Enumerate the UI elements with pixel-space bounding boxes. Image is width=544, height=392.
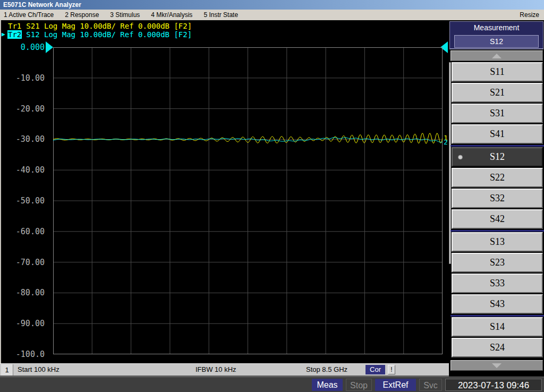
warning-indicator: ! — [388, 365, 395, 374]
title-bar: E5071C Network Analyzer — [0, 0, 544, 10]
softkey-scroll-up-button[interactable] — [450, 50, 543, 61]
softkey-sidebar: Measurement S12 S11S21S31S41S12S22S32S42… — [449, 20, 544, 363]
trace-edge-marker-2: 2 — [444, 139, 448, 146]
svc-status: Svc — [419, 379, 442, 391]
reference-level-marker-left-icon — [46, 41, 53, 53]
meas-status-badge: Meas — [312, 379, 343, 391]
arrow-down-icon — [492, 363, 502, 368]
softkey-menu-title: Measurement — [450, 23, 543, 32]
application-window: E5071C Network Analyzer 1 Active Ch/Trac… — [0, 0, 544, 392]
trace-parameters: S12 Log Mag 10.00dB/ Ref 0.000dB [F2] — [22, 30, 192, 39]
ifbw-label: IFBW 10 kHz — [196, 365, 236, 373]
instrument-status-bar: Meas Stop ExtRef Svc 2023-07-13 09:46 — [0, 377, 544, 392]
menu-item-5[interactable]: 5 Instr State — [203, 11, 238, 19]
softkey-s11[interactable]: S11 — [452, 62, 543, 82]
softkey-s43[interactable]: S43 — [452, 294, 543, 314]
trace-status-row-tr1[interactable]: Tr1S21 Log Mag 10.00dB/ Ref 0.000dB [F2] — [1, 22, 192, 30]
y-tick-label: -60.00 — [16, 227, 45, 236]
y-tick-label: 0.000 — [21, 42, 45, 52]
menu-item-4[interactable]: 4 Mkr/Analysis — [151, 11, 192, 19]
softkey-group-separator — [450, 230, 544, 232]
active-trace-arrow-icon: ▶ — [1, 30, 7, 39]
y-tick-label: -100.0 — [16, 350, 45, 359]
extref-status-badge: ExtRef — [375, 379, 416, 391]
softkey-scrollbar[interactable] — [449, 62, 451, 264]
sweep-stop-status: Stop — [346, 379, 372, 391]
softkey-s21[interactable]: S21 — [452, 83, 543, 103]
datetime-display: 2023-07-13 09:46 — [445, 379, 542, 391]
softkey-s13[interactable]: S13 — [452, 232, 543, 252]
softkey-s14[interactable]: S14 — [452, 317, 543, 337]
softkey-group-separator — [450, 145, 544, 147]
y-tick-label: -90.00 — [16, 319, 45, 328]
trace-name: Tr1 — [7, 22, 22, 30]
channel-number-badge: 1 — [1, 364, 13, 376]
y-tick-label: -50.00 — [16, 196, 45, 206]
start-frequency-label: Start 100 kHz — [18, 365, 60, 373]
softkey-menu-header: Measurement S12 — [449, 21, 543, 49]
selected-measurement-readout: S12 — [454, 35, 539, 48]
window-title: E5071C Network Analyzer — [3, 1, 81, 8]
softkey-list: S11S21S31S41S12S22S32S42S13S23S33S43S14S… — [452, 62, 543, 359]
softkey-s12[interactable]: S12 — [452, 147, 543, 167]
menu-item-resize[interactable]: Resize — [520, 11, 544, 19]
softkey-s31[interactable]: S31 — [452, 104, 543, 123]
stop-frequency-label: Stop 8.5 GHz — [306, 365, 347, 373]
trace-parameters: S21 Log Mag 10.00dB/ Ref 0.000dB [F2] — [22, 22, 192, 30]
y-tick-label: -80.00 — [16, 288, 45, 297]
selected-radio-icon — [458, 155, 463, 159]
y-tick-label: -10.00 — [16, 73, 45, 83]
softkey-scroll-down-button[interactable] — [450, 360, 543, 371]
menu-bar: 1 Active Ch/Trace2 Response3 Stimulus4 M… — [0, 10, 544, 20]
menu-item-3[interactable]: 3 Stimulus — [110, 11, 140, 19]
arrow-up-icon — [492, 54, 502, 58]
softkey-s23[interactable]: S23 — [452, 253, 543, 272]
softkey-s24[interactable]: S24 — [452, 338, 543, 357]
instrument-screen: Tr1S21 Log Mag 10.00dB/ Ref 0.000dB [F2]… — [0, 20, 449, 363]
correction-status-badge: Cor — [366, 365, 385, 374]
trace-status-row-tr2[interactable]: ▶Tr2S12 Log Mag 10.00dB/ Ref 0.000dB [F2… — [1, 30, 192, 39]
measurement-graph — [53, 47, 443, 354]
menu-item-1[interactable]: 1 Active Ch/Trace — [4, 11, 54, 19]
softkey-s22[interactable]: S22 — [452, 168, 543, 188]
menu-item-2[interactable]: 2 Response — [65, 11, 99, 19]
y-tick-label: -30.00 — [16, 134, 45, 144]
softkey-group-separator — [450, 315, 544, 317]
softkey-s42[interactable]: S42 — [452, 209, 543, 229]
softkey-s32[interactable]: S32 — [452, 189, 543, 208]
y-tick-label: -70.00 — [16, 258, 45, 267]
softkey-s33[interactable]: S33 — [452, 274, 543, 293]
y-tick-label: -20.00 — [16, 104, 45, 114]
trace-name: Tr2 — [7, 30, 22, 39]
y-tick-label: -40.00 — [16, 165, 45, 175]
channel-status-bar: 1 Start 100 kHz IFBW 10 kHz Stop 8.5 GHz… — [0, 363, 449, 377]
softkey-s41[interactable]: S41 — [452, 124, 543, 144]
trace-status-area: Tr1S21 Log Mag 10.00dB/ Ref 0.000dB [F2]… — [1, 22, 192, 39]
